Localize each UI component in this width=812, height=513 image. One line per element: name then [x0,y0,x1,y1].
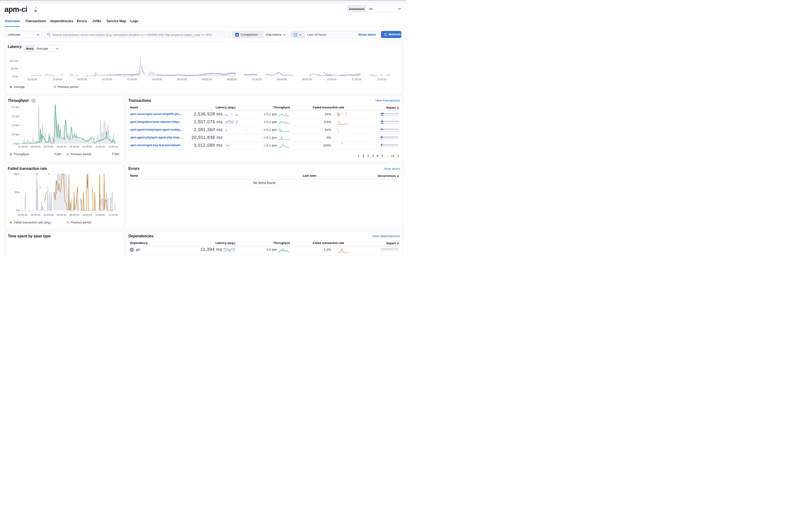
svg-text:?: ? [33,100,34,102]
